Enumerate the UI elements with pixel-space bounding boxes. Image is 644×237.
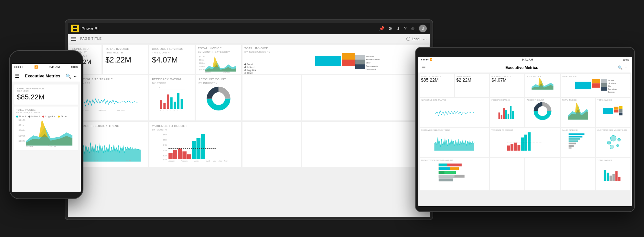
more-icon[interactable]: ··· — [74, 73, 78, 79]
svg-text:Feb 2016: Feb 2016 — [99, 109, 106, 111]
kpi-label: Total Invoice — [105, 47, 145, 51]
tablet-search-icon[interactable]: 🔍 — [618, 65, 623, 70]
t-traffic-chart — [421, 101, 488, 121]
search-icon[interactable]: 🔍 — [66, 73, 71, 79]
t-kpi-revenue: Expected Revenue $85.22M — [420, 74, 454, 97]
svg-text:Indirect services: Indirect services — [366, 59, 380, 61]
svg-rect-148 — [612, 174, 615, 181]
svg-text:$0.06m: $0.06m — [199, 65, 205, 67]
svg-text:April: April — [206, 160, 210, 162]
t-custfeedback: Customer Feedback Trend — [420, 128, 489, 157]
tablet-signal-dots: ●●●●● — [421, 58, 429, 61]
svg-rect-97 — [503, 108, 505, 119]
svg-rect-113 — [619, 109, 623, 112]
wifi-icon: 📶 — [34, 65, 38, 69]
phone-frame: 📶 9:41 AM 100% ☰ Executive Metrics 🔍 ···… — [9, 50, 83, 199]
svg-rect-121 — [524, 135, 527, 151]
svg-rect-87 — [601, 87, 607, 91]
svg-rect-56 — [173, 150, 177, 159]
more-options-icon[interactable]: ··· — [423, 36, 427, 41]
tablet-content: Expected Revenue $85.22M Total Invoice $… — [418, 73, 632, 206]
kpi-sublabel: THIS MONTH — [105, 51, 145, 54]
t-row4-1: Total Invoice Budget Amount — [420, 158, 489, 190]
phone-kpi-label: Expected Revenue — [17, 87, 76, 90]
hamburger-menu[interactable] — [71, 37, 76, 41]
tablet-signal: ●●●●● 📶 — [421, 58, 433, 61]
svg-point-132 — [610, 135, 616, 141]
t-feedback: Feedback Rating — [490, 98, 524, 127]
svg-rect-110 — [614, 110, 618, 113]
gear-icon[interactable]: ⚙ — [388, 26, 392, 31]
tablet-time: 9:41 AM — [522, 58, 533, 61]
kpi-label: Total Invoice — [198, 47, 239, 50]
phone-screen: 📶 9:41 AM 100% ☰ Executive Metrics 🔍 ···… — [12, 64, 81, 192]
t-invoice-area2-chart — [562, 101, 594, 121]
hamburger-icon[interactable]: ☰ — [15, 73, 19, 79]
label-button[interactable]: Label — [406, 37, 420, 41]
pbi-topbar-icons: 📌 ⚙ ⬇ ? ☺ U — [379, 25, 427, 32]
svg-rect-88 — [601, 83, 607, 87]
svg-rect-96 — [501, 115, 502, 119]
svg-text:$0.12m: $0.12m — [199, 56, 205, 58]
svg-text:Mar 2016: Mar 2016 — [117, 109, 125, 111]
empty-tile-1 — [242, 122, 301, 167]
t-invoice-area-chart — [527, 77, 558, 91]
share-icon[interactable]: ☺ — [411, 26, 415, 31]
svg-rect-118 — [514, 143, 517, 151]
t-budget-chart — [421, 161, 488, 182]
t-variance: Varience to Budget — [490, 128, 560, 157]
svg-rect-89 — [601, 79, 607, 83]
chart-subtitle: BY INDUSTRY — [199, 82, 239, 85]
svg-text:$0.02m: $0.02m — [19, 140, 26, 142]
svg-rect-146 — [606, 173, 609, 181]
chart-title: Account Count — [199, 78, 239, 81]
tablet-wifi-icon: 📶 — [430, 58, 433, 61]
svg-rect-27 — [163, 103, 166, 109]
svg-rect-144 — [439, 178, 453, 181]
pin-icon[interactable]: 📌 — [379, 26, 384, 31]
svg-text:6: 6 — [181, 110, 182, 111]
laptop-frame: Power BI 📌 ⚙ ⬇ ? ☺ U PAGE TITLE Label ··… — [65, 19, 433, 220]
svg-rect-62 — [201, 134, 205, 159]
phone-nav: ☰ Executive Metrics 🔍 ··· — [12, 70, 81, 82]
svg-text:January: January — [205, 71, 211, 73]
svg-rect-13 — [355, 64, 365, 69]
kpi-label: Total Invoice — [244, 47, 427, 50]
t-account: Account Count — [525, 98, 560, 127]
phone-tile-sublabel: BY MONTH, CATEGORY — [16, 111, 76, 114]
kpi-sublabel: THIS MONTH — [152, 51, 192, 54]
t-mini-bar-chart — [597, 161, 629, 182]
tablet-more-icon[interactable]: ··· — [625, 65, 628, 70]
download-icon[interactable]: ⬇ — [396, 26, 400, 31]
t-traffic: Marketing Site Traffic — [420, 98, 489, 127]
svg-rect-143 — [439, 175, 455, 178]
svg-text:$0.08m: $0.08m — [199, 62, 205, 64]
pbi-ribbon: PAGE TITLE Label ··· — [68, 34, 430, 43]
svg-text:January: January — [26, 145, 33, 147]
label-circle-icon — [406, 37, 410, 41]
tablet-hamburger-icon[interactable]: ☰ — [422, 65, 426, 70]
svg-rect-28 — [167, 95, 169, 109]
t-kpi-discount: Discount Savings $4.07M — [490, 74, 524, 97]
feedback-chart: 100 0 1 2 3 4 5 6 — [152, 86, 192, 112]
svg-text:$20k: $20k — [163, 155, 167, 157]
svg-text:February: February — [181, 160, 188, 162]
svg-rect-61 — [197, 138, 201, 159]
svg-rect-32 — [181, 99, 183, 109]
variance-chart: $60k $50k $40k $30k $20k $10k — [152, 132, 239, 162]
t-scatter-chart — [597, 131, 629, 152]
t-customer-size: Customer Size vs. Revenue — [596, 128, 630, 157]
legend-direct: Direct — [16, 115, 26, 118]
user-avatar[interactable]: U — [419, 25, 427, 32]
legend-logistics: Logistics — [42, 115, 55, 118]
help-icon[interactable]: ? — [404, 26, 407, 31]
svg-text:Other: Other — [608, 85, 612, 87]
svg-rect-99 — [508, 114, 509, 119]
signal-icon — [14, 66, 23, 68]
svg-text:Raw materials: Raw materials — [608, 88, 617, 90]
svg-text:Indirect svcs: Indirect svcs — [608, 83, 616, 84]
svg-rect-137 — [439, 164, 447, 166]
phone-tile-label: Total Invoice — [16, 108, 76, 111]
svg-rect-125 — [568, 136, 582, 137]
svg-rect-14 — [355, 60, 365, 64]
